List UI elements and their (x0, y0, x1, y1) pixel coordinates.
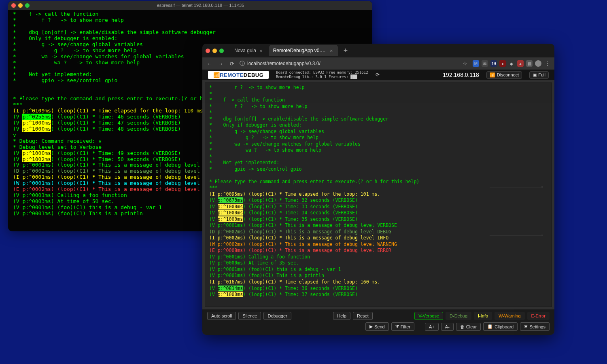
clipboard-label: Clipboard (495, 324, 514, 329)
new-tab-button[interactable]: + (340, 47, 352, 55)
level-debug-button[interactable]: D-Debug (446, 312, 471, 320)
tab-remotedebug[interactable]: RemoteDebugApp v0.3.0: web × (269, 45, 338, 56)
tab-label: Nova guia (234, 48, 256, 53)
extension-icon[interactable]: ● (499, 60, 506, 67)
minimize-icon[interactable] (212, 49, 217, 53)
app-footer: Auto scroll Silence Debugger Help Reset … (202, 309, 554, 335)
settings-label: Settings (529, 324, 545, 329)
browser-window: Nova guia × RemoteDebugApp v0.3.0: web ×… (202, 44, 554, 335)
tab-newtab[interactable]: Nova guia × (230, 45, 267, 56)
filter-label: Filter (401, 324, 410, 329)
full-button[interactable]: ▣ Full (529, 71, 549, 79)
silence-button[interactable]: Silence (238, 312, 261, 320)
extension-icon[interactable]: M (473, 60, 479, 67)
font-increase-button[interactable]: A+ (425, 323, 439, 331)
close-tab-icon[interactable]: × (330, 48, 333, 54)
footer-row-2: ▶Send ⧩Filter A+ A- 🗑Clear 📋Clipboard ✱S… (207, 322, 550, 331)
logo-text-1: REMOTE (220, 72, 244, 78)
avatar-icon[interactable] (535, 60, 541, 67)
remotedebug-logo: 📶 REMOTEDEBUG (208, 71, 269, 79)
clear-button[interactable]: 🗑Clear (456, 323, 481, 331)
disconnect-label: Disconnect (497, 72, 519, 77)
site-info-icon[interactable]: ⓘ (240, 60, 245, 67)
level-error-button[interactable]: E-Error (527, 312, 550, 320)
minimize-icon[interactable] (18, 3, 23, 8)
reset-button[interactable]: Reset (353, 312, 373, 320)
close-icon[interactable] (11, 3, 16, 8)
browser-toolbar: ← → ⟳ ⓘ localhost/remotedebugapp/v0.3.0/… (202, 57, 554, 70)
zoom-icon[interactable] (219, 49, 224, 53)
forward-button[interactable]: → (217, 61, 224, 67)
autoscroll-button[interactable]: Auto scroll (207, 312, 236, 320)
funnel-icon: ⧩ (395, 324, 399, 329)
refresh-icon[interactable]: ⟳ (376, 72, 380, 78)
remotedebug-app: 📶 REMOTEDEBUG Board connected: ESP32 Fre… (202, 70, 554, 335)
gear-icon: ✱ (524, 324, 528, 329)
extension-icon[interactable]: ▲ (517, 60, 524, 67)
help-button[interactable]: Help (333, 312, 350, 320)
settings-button[interactable]: ✱Settings (520, 322, 550, 331)
filter-button[interactable]: ⧩Filter (391, 322, 414, 331)
debug-console[interactable]: * r ? -> to show more help * * f -> call… (205, 83, 552, 307)
ip-address: 192.168.0.118 (443, 72, 479, 78)
extension-icon[interactable]: ✉ (482, 60, 488, 67)
fullscreen-icon: ▣ (533, 72, 537, 78)
extension-icon[interactable]: ◆ (508, 60, 515, 67)
level-warning-button[interactable]: W-Warning (495, 312, 524, 320)
status-line-2: RemoteDebug lib.: 3.0.1 Features: ███ (276, 75, 368, 79)
url-text: localhost/remotedebugapp/v0.3.0/ (247, 61, 320, 66)
play-icon: ▶ (369, 324, 373, 329)
clear-label: Clear (466, 324, 477, 329)
board-status: Board connected: ESP32 Free memory: 2516… (276, 70, 368, 79)
back-button[interactable]: ← (206, 61, 213, 67)
footer-row-1: Auto scroll Silence Debugger Help Reset … (207, 312, 550, 320)
full-label: Full (538, 72, 545, 77)
trash-icon: 🗑 (460, 324, 465, 329)
close-icon[interactable] (206, 49, 210, 53)
wifi-icon: 📶 (490, 72, 495, 78)
terminal-title: espressif — telnet 192.168.0.118 — 111×3… (32, 3, 369, 8)
close-tab-icon[interactable]: × (259, 48, 263, 54)
send-label: Send (374, 324, 385, 329)
extension-icon[interactable]: ▤ (526, 60, 533, 67)
debugger-button[interactable]: Debugger (263, 312, 291, 320)
menu-icon[interactable]: ⋮ (544, 60, 551, 67)
address-bar[interactable]: ⓘ localhost/remotedebugapp/v0.3.0/ (240, 60, 457, 67)
reload-button[interactable]: ⟳ (228, 61, 236, 67)
status-line-1: Board connected: ESP32 Free memory: 2516… (276, 70, 368, 75)
level-info-button[interactable]: I-Info (474, 312, 492, 320)
logo-text-2: DEBUG (244, 72, 263, 78)
clipboard-button[interactable]: 📋Clipboard (483, 322, 518, 331)
send-button[interactable]: ▶Send (365, 322, 389, 331)
font-decrease-button[interactable]: A- (441, 323, 454, 331)
level-verbose-button[interactable]: V-Verbose (414, 312, 443, 320)
terminal-titlebar[interactable]: espressif — telnet 192.168.0.118 — 111×3… (8, 1, 372, 10)
app-header: 📶 REMOTEDEBUG Board connected: ESP32 Fre… (202, 70, 554, 80)
extension-icons: M ✉ 19 ● ◆ ▲ ▤ ⋮ (473, 60, 551, 67)
disconnect-button[interactable]: 📶 Disconnect (486, 71, 522, 79)
clipboard-icon: 📋 (487, 324, 493, 329)
tab-label: RemoteDebugApp v0.3.0: web (273, 48, 327, 53)
extension-icon[interactable]: 19 (490, 60, 497, 67)
browser-tabstrip: Nova guia × RemoteDebugApp v0.3.0: web ×… (202, 44, 554, 57)
star-icon[interactable]: ☆ (461, 61, 469, 67)
zoom-icon[interactable] (25, 3, 30, 8)
